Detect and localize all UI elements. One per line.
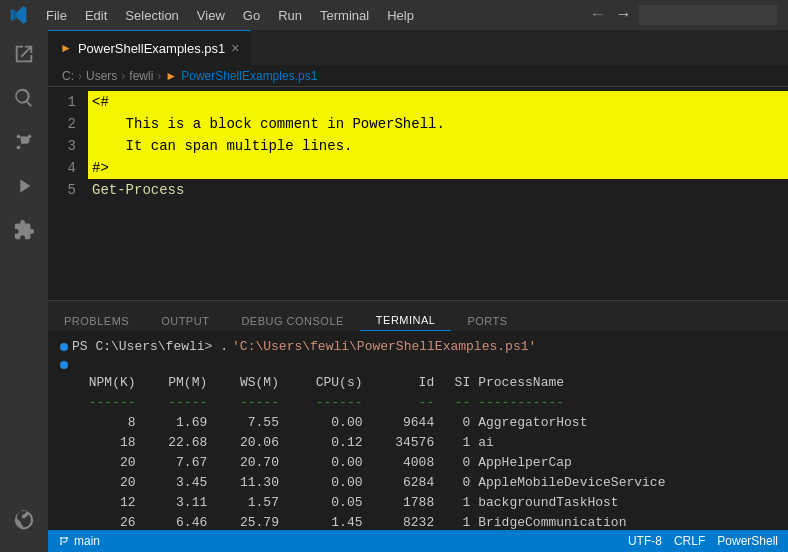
breadcrumb-sep-1: ›: [78, 69, 82, 83]
cell-r2-c0: 20: [60, 453, 144, 473]
vscode-logo-icon: [10, 6, 28, 24]
dash-proc: -----------: [478, 393, 776, 413]
back-arrow-icon[interactable]: ←: [587, 4, 609, 26]
th-cpu: CPU(s): [287, 373, 371, 393]
code-lines: <# This is a block comment in PowerShell…: [88, 91, 788, 300]
activity-bar: [0, 30, 48, 552]
th-processname: ProcessName: [478, 373, 776, 393]
activity-explorer-icon[interactable]: [4, 34, 44, 74]
activity-run-icon[interactable]: [4, 166, 44, 206]
activity-bar-bottom: [4, 500, 44, 552]
table-row: 123.111.570.0517881backgroundTaskHost: [60, 493, 776, 513]
svg-point-4: [60, 543, 62, 545]
menu-view[interactable]: View: [189, 6, 233, 25]
cell-r0-c2: 7.55: [215, 413, 287, 433]
breadcrumb-ps-icon: ►: [165, 69, 177, 83]
line-numbers: 1 2 3 4 5: [48, 91, 88, 300]
cell-r1-c0: 18: [60, 433, 144, 453]
cell-r5-c6: BridgeCommunication: [478, 513, 776, 530]
activity-extensions-icon[interactable]: [4, 210, 44, 250]
menu-go[interactable]: Go: [235, 6, 268, 25]
code-area: 1 2 3 4 5 <# This is a block comment in …: [48, 87, 788, 300]
tab-close-button[interactable]: ×: [231, 40, 239, 56]
activity-search-icon[interactable]: [4, 78, 44, 118]
cell-r4-c3: 0.05: [287, 493, 371, 513]
tab-debug-console[interactable]: DEBUG CONSOLE: [225, 311, 359, 331]
cell-r5-c4: 8232: [371, 513, 443, 530]
main-layout: ► PowerShellExamples.ps1 × C: › Users › …: [0, 30, 788, 552]
cell-r3-c3: 0.00: [287, 473, 371, 493]
status-language: PowerShell: [717, 534, 778, 548]
cell-r4-c2: 1.57: [215, 493, 287, 513]
cell-r4-c6: backgroundTaskHost: [478, 493, 776, 513]
breadcrumb: C: › Users › fewli › ► PowerShellExample…: [48, 65, 788, 87]
powershell-file-icon: ►: [60, 41, 72, 55]
breadcrumb-users: Users: [86, 69, 117, 83]
cell-r3-c6: AppleMobileDeviceService: [478, 473, 776, 493]
code-line-4: #>: [88, 157, 788, 179]
status-branch: main: [58, 534, 100, 548]
menu-file[interactable]: File: [38, 6, 75, 25]
search-input[interactable]: [638, 5, 778, 25]
menu-edit[interactable]: Edit: [77, 6, 115, 25]
status-encoding: UTF-8: [628, 534, 662, 548]
line-num-1: 1: [48, 91, 76, 113]
code-line-5: Get-Process: [88, 179, 788, 201]
editor[interactable]: 1 2 3 4 5 <# This is a block comment in …: [48, 87, 788, 300]
content-area: ► PowerShellExamples.ps1 × C: › Users › …: [48, 30, 788, 552]
cell-r3-c2: 11.30: [215, 473, 287, 493]
terminal-prompt: PS C:\Users\fewli> . 'C:\Users\fewli\Pow…: [60, 337, 776, 357]
cell-r0-c0: 8: [60, 413, 144, 433]
tab-problems[interactable]: PROBLEMS: [48, 311, 145, 331]
cell-r0-c3: 0.00: [287, 413, 371, 433]
table-row: 266.4625.791.4582321BridgeCommunication: [60, 513, 776, 530]
table-dashes-row: ------ ----- ----- ------ -- -- --------…: [60, 393, 776, 413]
forward-arrow-icon[interactable]: →: [612, 4, 634, 26]
cell-r5-c2: 25.79: [215, 513, 287, 530]
cell-r1-c4: 34576: [371, 433, 443, 453]
terminal-cursor-line: [60, 361, 776, 369]
cell-r4-c5: 1: [442, 493, 478, 513]
cell-r5-c3: 1.45: [287, 513, 371, 530]
tab-output[interactable]: OUTPUT: [145, 311, 225, 331]
tab-terminal[interactable]: TERMINAL: [360, 310, 452, 331]
menu-run[interactable]: Run: [270, 6, 310, 25]
menu-terminal[interactable]: Terminal: [312, 6, 377, 25]
terminal-table-body: 81.697.550.0096440AggregatorHost1822.682…: [60, 413, 776, 530]
terminal-command: 'C:\Users\fewli\PowerShellExamples.ps1': [232, 337, 536, 357]
cell-r3-c0: 20: [60, 473, 144, 493]
activity-remote-icon[interactable]: [4, 500, 44, 540]
activity-source-control-icon[interactable]: [4, 122, 44, 162]
svg-point-1: [17, 146, 21, 150]
editor-tab[interactable]: ► PowerShellExamples.ps1 ×: [48, 30, 251, 65]
cell-r3-c4: 6284: [371, 473, 443, 493]
table-row: 1822.6820.060.12345761ai: [60, 433, 776, 453]
terminal[interactable]: PS C:\Users\fewli> . 'C:\Users\fewli\Pow…: [48, 331, 788, 530]
menu-bar: File Edit Selection View Go Run Terminal…: [38, 6, 422, 25]
menu-help[interactable]: Help: [379, 6, 422, 25]
line-num-5: 5: [48, 179, 76, 201]
panel-tabs: PROBLEMS OUTPUT DEBUG CONSOLE TERMINAL P…: [48, 301, 788, 331]
cell-r5-c0: 26: [60, 513, 144, 530]
table-row: 203.4511.300.0062840AppleMobileDeviceSer…: [60, 473, 776, 493]
cell-r5-c5: 1: [442, 513, 478, 530]
cell-r1-c2: 20.06: [215, 433, 287, 453]
cell-r2-c3: 0.00: [287, 453, 371, 473]
tab-ports[interactable]: PORTS: [451, 311, 523, 331]
menu-selection[interactable]: Selection: [117, 6, 186, 25]
breadcrumb-sep-3: ›: [157, 69, 161, 83]
dash-si: --: [442, 393, 478, 413]
svg-point-0: [17, 135, 21, 139]
cell-r0-c4: 9644: [371, 413, 443, 433]
breadcrumb-filename: PowerShellExamples.ps1: [181, 69, 317, 83]
th-si: SI: [442, 373, 478, 393]
breadcrumb-c: C:: [62, 69, 74, 83]
dash-cpu: ------: [287, 393, 371, 413]
svg-point-3: [60, 537, 62, 539]
th-ws: WS(M): [215, 373, 287, 393]
status-bar: main UTF-8 CRLF PowerShell: [48, 530, 788, 552]
nav-controls: ← →: [587, 4, 778, 26]
cell-r1-c3: 0.12: [287, 433, 371, 453]
terminal-path: PS C:\Users\fewli> .: [72, 337, 228, 357]
terminal-dot-icon: [60, 343, 68, 351]
